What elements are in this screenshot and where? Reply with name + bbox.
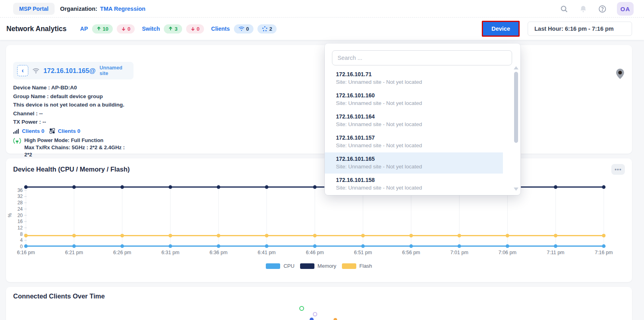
max-chains: Max Tx/Rx Chains: 5GHz : 2*2 & 2.4GHz : …	[24, 144, 134, 158]
switch-label: Switch	[142, 26, 160, 32]
legend-swatch-icon	[300, 263, 314, 269]
panel-menu-icon[interactable]: •••	[611, 164, 625, 175]
device-list-item[interactable]: 172.16.101.161 Site: Unnamed site - Not …	[325, 195, 503, 195]
device-overview-panel: ‹ 172.16.101.165@ Unnamed site Device Na…	[6, 45, 632, 154]
back-button[interactable]: ‹	[17, 65, 28, 76]
svg-text:7:11 pm: 7:11 pm	[547, 250, 564, 255]
chart-legend: CPUMemoryFlash	[6, 263, 632, 269]
page-header: Network Analytics AP 10 0 Switch 3 0 Cli…	[0, 18, 644, 40]
clients-24ghz-link[interactable]: Clients 0	[58, 128, 80, 134]
organization-label: Organization:	[60, 6, 97, 12]
svg-text:6:56 pm: 6:56 pm	[402, 250, 420, 255]
topbar-actions: OA	[560, 0, 634, 18]
svg-text:12: 12	[18, 225, 23, 231]
device-list-item[interactable]: 172.16.101.158 Site: Unnamed site - Not …	[325, 174, 503, 195]
svg-text:7:06 pm: 7:06 pm	[499, 250, 516, 255]
connected-clients-panel: Connected Clients Over Time	[6, 287, 632, 320]
device-list-item[interactable]: 172.16.101.157 Site: Unnamed site - Not …	[325, 131, 503, 152]
switch-up-badge[interactable]: 3	[164, 24, 182, 34]
channel: Channel : --	[13, 109, 134, 118]
up-arrow-icon	[168, 26, 173, 31]
svg-text:32: 32	[18, 194, 23, 199]
top-bar: MSP Portal Organization: TMA Regression …	[0, 0, 644, 18]
mesh-clients-icon	[262, 26, 268, 32]
device-list: 172.16.101.71 Site: Unnamed site - Not y…	[325, 68, 520, 195]
device-dropdown: 172.16.101.71 Site: Unnamed site - Not y…	[325, 43, 520, 195]
svg-text:36: 36	[18, 188, 23, 193]
help-icon[interactable]	[598, 4, 607, 13]
device-list-item[interactable]: 172.16.101.160 Site: Unnamed site - Not …	[325, 89, 503, 110]
legend-item-cpu[interactable]: CPU	[266, 263, 294, 269]
svg-text:6:21 pm: 6:21 pm	[65, 250, 83, 255]
loading-spinner-dot-green	[299, 306, 304, 311]
radio-clients-row: Clients 0 Clients 0	[13, 128, 134, 134]
legend-swatch-icon	[342, 263, 356, 269]
organization-name-link[interactable]: TMA Regression	[100, 6, 145, 12]
power-plug-icon	[13, 137, 21, 145]
svg-text:6:36 pm: 6:36 pm	[210, 250, 228, 255]
down-arrow-icon	[190, 26, 195, 31]
power-mode: High Power Mode: Full Function	[24, 137, 134, 144]
device-ip[interactable]: 172.16.101.165@	[43, 67, 96, 75]
svg-text:6:41 pm: 6:41 pm	[258, 250, 276, 255]
device-details: Device Name : AP-BD:A0 Group Name : defa…	[13, 83, 134, 158]
page-title: Network Analytics	[6, 25, 67, 33]
notifications-bell-icon[interactable]	[579, 4, 587, 13]
svg-text:24: 24	[18, 206, 23, 212]
connected-clients-title: Connected Clients Over Time	[13, 292, 105, 300]
device-health-panel: Device Health (CPU / Memory / Flash) •••…	[6, 158, 632, 282]
down-arrow-icon	[121, 26, 126, 31]
scroll-down-icon[interactable]	[514, 188, 518, 191]
svg-text:6:31 pm: 6:31 pm	[161, 250, 179, 255]
device-health-chart: 04812162024283236%6:16 pm6:21 pm6:26 pm6…	[6, 178, 632, 260]
switch-down-badge[interactable]: 0	[186, 24, 204, 34]
tx-power: TX Power : --	[13, 118, 134, 126]
loading-spinner-dot-blue	[310, 318, 314, 320]
svg-text:6:46 pm: 6:46 pm	[306, 250, 324, 255]
ap-up-badge[interactable]: 10	[92, 24, 113, 34]
legend-swatch-icon	[266, 263, 280, 269]
dropdown-scrollbar[interactable]	[514, 66, 518, 191]
scrollbar-thumb[interactable]	[514, 72, 518, 143]
header-controls: Device Last Hour: 6:16 pm - 7:16 pm	[482, 21, 632, 37]
svg-text:6:26 pm: 6:26 pm	[113, 250, 131, 255]
device-health-title: Device Health (CPU / Memory / Flash)	[13, 166, 130, 173]
msp-portal-button[interactable]: MSP Portal	[13, 3, 55, 15]
search-icon[interactable]	[560, 4, 568, 13]
ap-label: AP	[80, 26, 88, 32]
wifi-device-icon	[32, 67, 39, 74]
device-search-input[interactable]	[332, 50, 512, 65]
svg-text:20: 20	[18, 213, 23, 218]
svg-text:%: %	[7, 213, 13, 217]
user-avatar[interactable]: OA	[617, 2, 634, 16]
device-stats: AP 10 0 Switch 3 0 Clients 0 2	[77, 24, 277, 34]
device-site[interactable]: Unnamed site	[100, 65, 130, 76]
signal-bars-icon	[13, 128, 19, 134]
scroll-up-icon[interactable]	[514, 66, 518, 69]
clients-wifi-badge[interactable]: 0	[234, 24, 253, 34]
device-list-item[interactable]: 172.16.101.71 Site: Unnamed site - Not y…	[325, 68, 503, 89]
device-list-item[interactable]: 172.16.101.165 Site: Unnamed site - Not …	[325, 152, 503, 174]
device-title-row: ‹ 172.16.101.165@ Unnamed site	[13, 62, 134, 79]
group-name: Group Name : default device group	[13, 92, 134, 101]
loading-spinner-dot-orange	[334, 318, 337, 320]
svg-text:0: 0	[20, 244, 23, 249]
device-name: Device Name : AP-BD:A0	[13, 83, 134, 92]
clients-5ghz-link[interactable]: Clients 0	[22, 128, 44, 134]
loading-spinner-dot-purple	[313, 312, 317, 316]
device-list-item[interactable]: 172.16.101.164 Site: Unnamed site - Not …	[325, 110, 503, 131]
svg-text:6:16 pm: 6:16 pm	[17, 250, 35, 255]
clients-mesh-badge[interactable]: 2	[257, 24, 277, 34]
device-selector-button[interactable]: Device	[482, 21, 520, 37]
svg-text:7:16 pm: 7:16 pm	[595, 250, 613, 255]
time-range-selector[interactable]: Last Hour: 6:16 pm - 7:16 pm	[528, 22, 632, 36]
legend-item-memory[interactable]: Memory	[300, 263, 336, 269]
ap-down-badge[interactable]: 0	[117, 24, 135, 34]
svg-text:4: 4	[20, 237, 23, 243]
svg-text:7:01 pm: 7:01 pm	[450, 250, 468, 255]
svg-text:6:51 pm: 6:51 pm	[354, 250, 372, 255]
location-note: This device is not yet located on a buil…	[13, 101, 134, 109]
legend-item-flash[interactable]: Flash	[342, 263, 372, 269]
main-content: ‹ 172.16.101.165@ Unnamed site Device Na…	[0, 40, 644, 320]
map-pin-icon[interactable]	[615, 68, 625, 81]
